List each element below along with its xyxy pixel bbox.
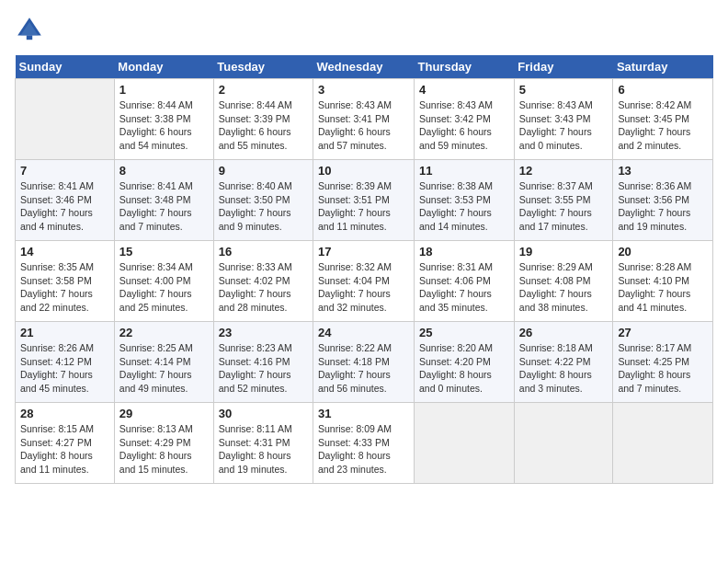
day-info: Sunrise: 8:15 AM Sunset: 4:27 PM Dayligh… — [20, 422, 109, 477]
calendar-cell: 21Sunrise: 8:26 AM Sunset: 4:12 PM Dayli… — [16, 322, 115, 403]
calendar-cell: 15Sunrise: 8:34 AM Sunset: 4:00 PM Dayli… — [114, 241, 213, 322]
calendar-cell: 5Sunrise: 8:43 AM Sunset: 3:43 PM Daylig… — [514, 79, 613, 160]
calendar-cell: 14Sunrise: 8:35 AM Sunset: 3:58 PM Dayli… — [16, 241, 115, 322]
calendar-cell: 29Sunrise: 8:13 AM Sunset: 4:29 PM Dayli… — [114, 403, 213, 484]
day-number: 14 — [20, 245, 109, 259]
day-info: Sunrise: 8:36 AM Sunset: 3:56 PM Dayligh… — [618, 179, 708, 234]
day-info: Sunrise: 8:17 AM Sunset: 4:25 PM Dayligh… — [618, 341, 708, 396]
day-info: Sunrise: 8:44 AM Sunset: 3:39 PM Dayligh… — [219, 98, 308, 153]
calendar-cell: 31Sunrise: 8:09 AM Sunset: 4:33 PM Dayli… — [313, 403, 415, 484]
calendar-week-row: 28Sunrise: 8:15 AM Sunset: 4:27 PM Dayli… — [16, 403, 713, 484]
day-info: Sunrise: 8:42 AM Sunset: 3:45 PM Dayligh… — [618, 98, 708, 153]
day-info: Sunrise: 8:44 AM Sunset: 3:38 PM Dayligh… — [119, 98, 209, 153]
day-info: Sunrise: 8:32 AM Sunset: 4:04 PM Dayligh… — [318, 260, 409, 315]
calendar-cell: 10Sunrise: 8:39 AM Sunset: 3:51 PM Dayli… — [313, 160, 415, 241]
header-wednesday: Wednesday — [313, 55, 415, 79]
day-number: 21 — [20, 326, 109, 339]
logo — [15, 15, 48, 44]
day-number: 31 — [318, 407, 409, 420]
day-info: Sunrise: 8:35 AM Sunset: 3:58 PM Dayligh… — [20, 260, 109, 315]
calendar-cell: 27Sunrise: 8:17 AM Sunset: 4:25 PM Dayli… — [613, 322, 713, 403]
day-number: 1 — [119, 83, 209, 97]
day-number: 9 — [219, 164, 308, 178]
calendar-week-row: 14Sunrise: 8:35 AM Sunset: 3:58 PM Dayli… — [16, 241, 713, 322]
day-number: 7 — [20, 164, 109, 178]
calendar-cell: 2Sunrise: 8:44 AM Sunset: 3:39 PM Daylig… — [213, 79, 313, 160]
calendar-cell: 1Sunrise: 8:44 AM Sunset: 3:38 PM Daylig… — [114, 79, 213, 160]
day-number: 16 — [219, 245, 308, 259]
calendar-week-row: 21Sunrise: 8:26 AM Sunset: 4:12 PM Dayli… — [16, 322, 713, 403]
calendar-cell: 17Sunrise: 8:32 AM Sunset: 4:04 PM Dayli… — [313, 241, 415, 322]
day-info: Sunrise: 8:38 AM Sunset: 3:53 PM Dayligh… — [419, 179, 509, 234]
day-info: Sunrise: 8:20 AM Sunset: 4:20 PM Dayligh… — [419, 341, 509, 396]
header-friday: Friday — [514, 55, 613, 79]
calendar-cell: 16Sunrise: 8:33 AM Sunset: 4:02 PM Dayli… — [213, 241, 313, 322]
calendar-cell: 19Sunrise: 8:29 AM Sunset: 4:08 PM Dayli… — [514, 241, 613, 322]
day-number: 12 — [519, 164, 609, 178]
day-number: 29 — [119, 407, 209, 420]
day-number: 5 — [519, 83, 609, 97]
day-info: Sunrise: 8:41 AM Sunset: 3:48 PM Dayligh… — [119, 179, 209, 234]
header-saturday: Saturday — [613, 55, 713, 79]
calendar-cell — [415, 403, 515, 484]
calendar-cell: 20Sunrise: 8:28 AM Sunset: 4:10 PM Dayli… — [613, 241, 713, 322]
day-info: Sunrise: 8:43 AM Sunset: 3:41 PM Dayligh… — [318, 98, 409, 153]
day-info: Sunrise: 8:25 AM Sunset: 4:14 PM Dayligh… — [119, 341, 209, 396]
day-info: Sunrise: 8:41 AM Sunset: 3:46 PM Dayligh… — [20, 179, 109, 234]
day-info: Sunrise: 8:33 AM Sunset: 4:02 PM Dayligh… — [219, 260, 308, 315]
day-number: 28 — [20, 407, 109, 420]
day-number: 25 — [419, 326, 509, 339]
calendar-cell: 7Sunrise: 8:41 AM Sunset: 3:46 PM Daylig… — [16, 160, 115, 241]
calendar-cell: 4Sunrise: 8:43 AM Sunset: 3:42 PM Daylig… — [415, 79, 515, 160]
day-info: Sunrise: 8:37 AM Sunset: 3:55 PM Dayligh… — [519, 179, 609, 234]
day-number: 27 — [618, 326, 708, 339]
day-info: Sunrise: 8:22 AM Sunset: 4:18 PM Dayligh… — [318, 341, 409, 396]
day-info: Sunrise: 8:39 AM Sunset: 3:51 PM Dayligh… — [318, 179, 409, 234]
day-info: Sunrise: 8:18 AM Sunset: 4:22 PM Dayligh… — [519, 341, 609, 396]
day-number: 3 — [318, 83, 409, 97]
day-info: Sunrise: 8:43 AM Sunset: 3:43 PM Dayligh… — [519, 98, 609, 153]
day-info: Sunrise: 8:23 AM Sunset: 4:16 PM Dayligh… — [219, 341, 308, 396]
day-number: 11 — [419, 164, 509, 178]
calendar-cell: 3Sunrise: 8:43 AM Sunset: 3:41 PM Daylig… — [313, 79, 415, 160]
day-number: 22 — [119, 326, 209, 339]
day-number: 15 — [119, 245, 209, 259]
day-info: Sunrise: 8:13 AM Sunset: 4:29 PM Dayligh… — [119, 422, 209, 477]
day-info: Sunrise: 8:43 AM Sunset: 3:42 PM Dayligh… — [419, 98, 509, 153]
day-info: Sunrise: 8:09 AM Sunset: 4:33 PM Dayligh… — [318, 422, 409, 477]
day-number: 2 — [219, 83, 308, 97]
day-number: 6 — [618, 83, 708, 97]
day-number: 24 — [318, 326, 409, 339]
svg-rect-2 — [27, 35, 32, 40]
day-number: 26 — [519, 326, 609, 339]
calendar-cell: 18Sunrise: 8:31 AM Sunset: 4:06 PM Dayli… — [415, 241, 515, 322]
day-number: 4 — [419, 83, 509, 97]
calendar-cell: 24Sunrise: 8:22 AM Sunset: 4:18 PM Dayli… — [313, 322, 415, 403]
calendar-cell: 6Sunrise: 8:42 AM Sunset: 3:45 PM Daylig… — [613, 79, 713, 160]
day-number: 17 — [318, 245, 409, 259]
header-monday: Monday — [114, 55, 213, 79]
logo-icon — [15, 15, 44, 44]
calendar-cell: 26Sunrise: 8:18 AM Sunset: 4:22 PM Dayli… — [514, 322, 613, 403]
calendar-cell — [613, 403, 713, 484]
day-number: 13 — [618, 164, 708, 178]
day-info: Sunrise: 8:11 AM Sunset: 4:31 PM Dayligh… — [219, 422, 308, 477]
calendar-cell: 22Sunrise: 8:25 AM Sunset: 4:14 PM Dayli… — [114, 322, 213, 403]
calendar-cell — [514, 403, 613, 484]
day-info: Sunrise: 8:28 AM Sunset: 4:10 PM Dayligh… — [618, 260, 708, 315]
calendar-cell: 12Sunrise: 8:37 AM Sunset: 3:55 PM Dayli… — [514, 160, 613, 241]
calendar-table: SundayMondayTuesdayWednesdayThursdayFrid… — [15, 55, 713, 484]
calendar-cell: 30Sunrise: 8:11 AM Sunset: 4:31 PM Dayli… — [213, 403, 313, 484]
calendar-cell: 11Sunrise: 8:38 AM Sunset: 3:53 PM Dayli… — [415, 160, 515, 241]
day-number: 20 — [618, 245, 708, 259]
day-number: 10 — [318, 164, 409, 178]
day-number: 8 — [119, 164, 209, 178]
day-info: Sunrise: 8:40 AM Sunset: 3:50 PM Dayligh… — [219, 179, 308, 234]
calendar-cell: 13Sunrise: 8:36 AM Sunset: 3:56 PM Dayli… — [613, 160, 713, 241]
calendar-week-row: 7Sunrise: 8:41 AM Sunset: 3:46 PM Daylig… — [16, 160, 713, 241]
day-number: 23 — [219, 326, 308, 339]
header-thursday: Thursday — [415, 55, 515, 79]
calendar-cell: 8Sunrise: 8:41 AM Sunset: 3:48 PM Daylig… — [114, 160, 213, 241]
page-header — [15, 15, 713, 44]
calendar-week-row: 1Sunrise: 8:44 AM Sunset: 3:38 PM Daylig… — [16, 79, 713, 160]
